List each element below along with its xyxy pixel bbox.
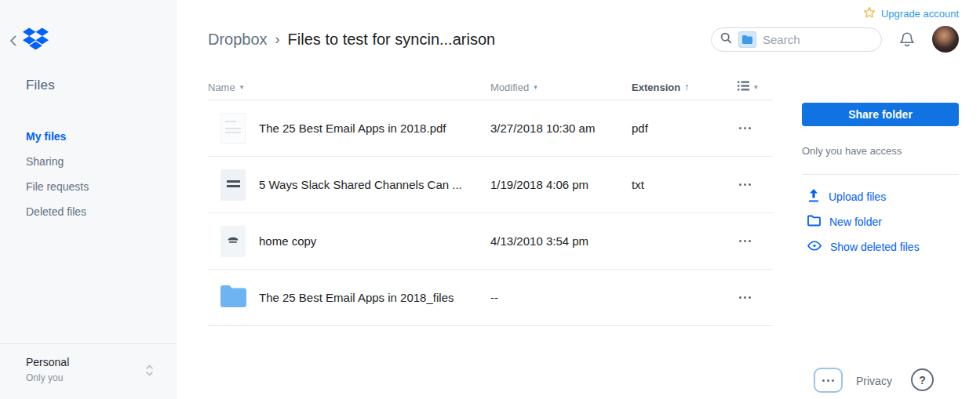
more-options-button[interactable] [814, 368, 843, 393]
logo-row [9, 27, 49, 53]
list-view-icon [738, 81, 749, 93]
sidebar-item-sharing[interactable]: Sharing [0, 149, 176, 174]
file-modified: 4/13/2010 3:54 pm [490, 234, 632, 248]
dropbox-logo-icon[interactable] [23, 27, 49, 53]
new-folder-icon [807, 215, 821, 229]
row-actions-more-icon[interactable] [738, 179, 752, 190]
new-folder-link[interactable]: New folder [802, 209, 959, 234]
file-name[interactable]: The 25 Best Email Apps in 2018.pdf [259, 122, 490, 135]
right-panel: Share folder Only you have access Upload… [802, 103, 959, 259]
chevron-down-icon: ▾ [240, 83, 244, 91]
column-header-name[interactable]: Name ▾ [208, 82, 490, 93]
view-options-button[interactable]: ▾ [738, 81, 773, 93]
pdf-file-icon [220, 113, 246, 144]
breadcrumb-current: Files to test for syncin...arison [288, 31, 496, 49]
drive-file-icon [220, 226, 246, 257]
folder-icon [220, 285, 246, 310]
file-row[interactable]: The 25 Best Email Apps in 2018.pdf 3/27/… [208, 100, 773, 157]
file-list: Name ▾ Modified ▾ Extension ↑ ▾ T [208, 74, 773, 326]
chevron-down-icon: ▾ [534, 83, 537, 91]
breadcrumb: Dropbox › Files to test for syncin...ari… [208, 31, 495, 49]
eye-icon [807, 241, 822, 253]
avatar[interactable] [932, 26, 959, 53]
sidebar-item-file-requests[interactable]: File requests [0, 174, 176, 199]
folder-name[interactable]: The 25 Best Email Apps in 2018_files [259, 291, 490, 304]
sort-ascending-icon: ↑ [684, 82, 689, 92]
upgrade-account-label: Upgrade account [881, 8, 959, 20]
account-switch-icon[interactable] [145, 364, 154, 380]
sidebar-item-my-files[interactable]: My files [0, 124, 176, 149]
file-list-header: Name ▾ Modified ▾ Extension ↑ ▾ [208, 74, 773, 100]
account-switcher[interactable]: Personal Only you [0, 343, 176, 399]
file-extension: txt [632, 178, 738, 191]
file-modified: 1/19/2018 4:06 pm [490, 178, 632, 191]
file-modified: 3/27/2018 10:30 am [490, 122, 632, 135]
divider [802, 174, 959, 175]
text-file-icon [220, 169, 246, 201]
file-name[interactable]: 5 Ways Slack Shared Channels Can ... [259, 178, 490, 191]
star-icon [863, 6, 876, 21]
collapse-sidebar-icon[interactable] [9, 35, 16, 46]
column-header-extension[interactable]: Extension ↑ [632, 82, 738, 93]
search-input[interactable] [763, 33, 873, 46]
access-note: Only you have access [802, 145, 959, 157]
file-extension: pdf [632, 122, 738, 135]
show-deleted-files-link[interactable]: Show deleted files [802, 234, 959, 259]
ellipsis-icon [821, 375, 836, 386]
row-actions-more-icon[interactable] [738, 292, 752, 303]
file-row[interactable]: home copy 4/13/2010 3:54 pm [208, 213, 773, 270]
column-header-modified[interactable]: Modified ▾ [490, 82, 632, 93]
sidebar-nav: My files Sharing File requests Deleted f… [0, 124, 176, 224]
topbar-right [711, 26, 959, 53]
file-name[interactable]: home copy [259, 234, 490, 248]
topbar: Dropbox › Files to test for syncin...ari… [208, 25, 959, 53]
search-box[interactable] [711, 27, 882, 52]
sidebar-title: Files [26, 78, 55, 93]
chevron-down-icon: ▾ [754, 83, 758, 91]
folder-modified: -- [490, 291, 632, 304]
notifications-bell-icon[interactable] [898, 31, 916, 49]
folder-row[interactable]: The 25 Best Email Apps in 2018_files -- [208, 270, 773, 326]
row-actions-more-icon[interactable] [738, 235, 752, 247]
search-icon [720, 32, 732, 47]
row-actions-more-icon[interactable] [738, 122, 752, 134]
upgrade-account-link[interactable]: Upgrade account [863, 6, 959, 21]
folder-actions: Upload files New folder Show deleted fil… [802, 184, 959, 259]
upload-icon [807, 189, 820, 205]
help-button[interactable]: ? [911, 368, 934, 391]
breadcrumb-separator: › [275, 31, 280, 48]
breadcrumb-root[interactable]: Dropbox [208, 31, 268, 49]
share-folder-button[interactable]: Share folder [802, 103, 959, 126]
file-row[interactable]: 5 Ways Slack Shared Channels Can ... 1/1… [208, 157, 773, 213]
sidebar-item-deleted-files[interactable]: Deleted files [0, 199, 176, 224]
privacy-link[interactable]: Privacy [856, 375, 892, 387]
sidebar: Files My files Sharing File requests Del… [0, 0, 177, 399]
upload-files-link[interactable]: Upload files [802, 184, 959, 209]
search-scope-folder-chip[interactable] [738, 31, 756, 48]
